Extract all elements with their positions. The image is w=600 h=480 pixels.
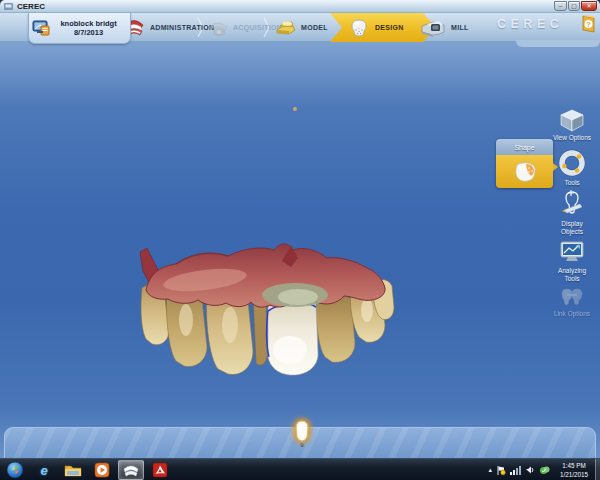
- phase-mill-label: MILL: [451, 24, 469, 31]
- network-signal-icon[interactable]: [510, 465, 521, 475]
- phase-mill[interactable]: MILL: [419, 13, 469, 42]
- folder-icon: [64, 463, 82, 477]
- clock-time: 1:45 PM: [554, 461, 594, 470]
- incisor-icon: [291, 419, 313, 443]
- ie-icon: e: [40, 463, 47, 478]
- tooth-selector[interactable]: 9: [288, 419, 316, 449]
- help-button[interactable]: ?: [580, 14, 598, 38]
- sidebar-item-view-options[interactable]: View Options: [550, 108, 594, 142]
- patient-info: knoblock bridgt 8/7/2013: [50, 19, 127, 38]
- molar-shape-icon: [511, 160, 539, 184]
- sidebar-item-label: Tools: [564, 179, 579, 187]
- shape-panel-body[interactable]: [496, 155, 553, 188]
- screen: CEREC – ▢ ✕ knoblock bridgt 8/7/201: [0, 0, 600, 480]
- patient-monitor-icon: [32, 20, 50, 36]
- model-block-icon: [273, 17, 297, 38]
- dental-model-3d[interactable]: [115, 240, 405, 390]
- close-button[interactable]: ✕: [581, 1, 597, 11]
- window-icon: [4, 2, 13, 11]
- taskbar-item-adobe-reader[interactable]: [147, 460, 173, 480]
- show-desktop-button[interactable]: [595, 459, 600, 480]
- navbar-right-tab: [516, 40, 600, 47]
- adobe-reader-icon: [152, 462, 168, 478]
- display-objects-icon: [558, 188, 586, 218]
- monitor-chart-icon: [558, 239, 586, 265]
- patient-name: knoblock bridgt: [50, 19, 127, 28]
- phase-administration-label: ADMINISTRATION: [150, 24, 214, 31]
- maximize-button[interactable]: ▢: [568, 1, 580, 11]
- model-debris-speck: [293, 107, 297, 111]
- help-book-icon: ?: [580, 14, 598, 34]
- camera-teeth-icon: [207, 18, 229, 38]
- window-controls: – ▢ ✕: [554, 1, 597, 11]
- window-title: CEREC: [17, 2, 45, 11]
- patient-date: 8/7/2013: [50, 28, 127, 37]
- shape-panel-label: Shape: [514, 144, 534, 151]
- ring-tool-icon: [558, 149, 586, 177]
- start-button[interactable]: [2, 460, 28, 480]
- windows-start-icon: [6, 461, 24, 479]
- phase-model[interactable]: MODEL: [273, 13, 328, 42]
- taskbar-clock[interactable]: 1:45 PM 1/21/2015: [554, 461, 594, 479]
- status-green-icon[interactable]: [539, 465, 550, 476]
- hidden-icons-arrow-icon[interactable]: ▴: [488, 466, 492, 474]
- taskbar-item-cerec[interactable]: [118, 460, 144, 480]
- sidebar-item-link-options[interactable]: Link Options: [550, 286, 594, 318]
- sidebar-item-label: View Options: [553, 134, 591, 142]
- phase-design-label: DESIGN: [375, 24, 404, 31]
- action-center-flag-icon[interactable]: [496, 465, 506, 476]
- milling-machine-icon: [419, 17, 447, 39]
- patient-tab[interactable]: knoblock bridgt 8/7/2013: [28, 13, 131, 44]
- sidebar-item-label: Display Objects: [550, 220, 594, 236]
- sidebar-item-analyzing-tools[interactable]: Analyzing Tools: [550, 239, 594, 283]
- shape-tool-panel[interactable]: Shape: [496, 139, 553, 188]
- sidebar-item-display-objects[interactable]: Display Objects: [550, 188, 594, 236]
- media-play-icon: [94, 462, 110, 478]
- cerec-teeth-icon: [122, 463, 140, 478]
- shape-panel-arrow-icon: [553, 163, 558, 171]
- sidebar-item-label: Analyzing Tools: [550, 267, 594, 283]
- design-canvas[interactable]: Shape: [0, 42, 600, 458]
- volume-speaker-icon[interactable]: [525, 465, 535, 475]
- linked-teeth-icon: [558, 286, 586, 308]
- cerec-app-window: CEREC – ▢ ✕ knoblock bridgt 8/7/201: [0, 0, 600, 458]
- cerec-brand-logo: CEREC: [497, 17, 563, 31]
- phase-model-label: MODEL: [301, 24, 328, 31]
- taskbar-item-file-explorer[interactable]: [60, 460, 86, 480]
- title-bar[interactable]: CEREC – ▢ ✕: [0, 0, 600, 13]
- shape-panel-header: Shape: [496, 139, 553, 155]
- sidebar-item-label: Link Options: [554, 310, 590, 318]
- taskbar-buttons: e: [0, 459, 173, 480]
- cube-icon: [559, 108, 585, 132]
- crown-icon: [348, 18, 370, 38]
- phase-acquisition[interactable]: ACQUISITION: [207, 13, 282, 42]
- taskbar-item-internet-explorer[interactable]: e: [31, 460, 57, 480]
- taskbar-item-media-player[interactable]: [89, 460, 115, 480]
- windows-taskbar: e: [0, 458, 600, 480]
- svg-text:?: ?: [586, 21, 590, 28]
- clock-date: 1/21/2015: [554, 470, 594, 479]
- minimize-button[interactable]: –: [554, 1, 567, 11]
- system-tray: ▴ 1:45 PM 1/2: [488, 459, 594, 480]
- phase-administration[interactable]: ADMINISTRATION: [122, 13, 214, 42]
